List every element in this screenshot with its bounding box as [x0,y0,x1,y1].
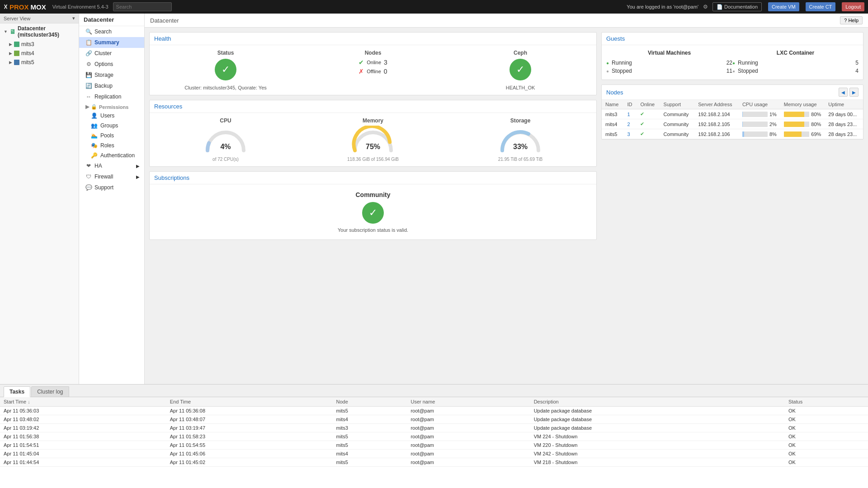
node-address-cell: 192.168.2.104 [694,109,739,119]
health-cluster-text: Cluster: mitscluster345, Quorate: Yes [184,85,267,90]
col-start-time[interactable]: Start Time ↓ [0,397,166,407]
firewall-nav-icon: 🛡 [85,174,92,180]
nav-item-support[interactable]: 💬 Support [79,182,144,193]
create-vm-button[interactable]: Create VM [768,2,799,11]
task-start: Apr 11 03:19:42 [0,424,166,432]
nav-sub-users[interactable]: 👤 Users [79,111,144,121]
tab-cluster-log[interactable]: Cluster log [31,386,69,397]
gear-icon[interactable]: ⚙ [703,4,708,10]
lxc-running-count: 5 [855,60,859,66]
ha-expand-icon: ▶ [136,164,140,169]
health-ceph-item: Ceph ✓ HEALTH_OK [449,50,592,90]
cpu-gauge: 4% [203,126,248,155]
nav-group-permissions[interactable]: ▶ 🔒 Permissions [79,102,144,111]
mem-pct-label: 69% [811,131,821,137]
col-id[interactable]: ID [624,100,637,109]
create-ct-button[interactable]: Create CT [806,2,836,11]
list-item: Apr 11 01:45:04 Apr 11 01:45:06 mits4 ro… [0,450,868,458]
nav-item-summary[interactable]: 📋 Summary [79,37,144,48]
main-panel: Datacenter ? Help Health Status ✓ Clu [145,14,868,384]
col-uptime[interactable]: Uptime [825,100,863,109]
nav-item-storage[interactable]: 💾 Storage [79,70,144,80]
documentation-button[interactable]: 📄 Documentation [712,2,762,11]
col-support[interactable]: Support [660,100,695,109]
node-cpu-cell: 8% [739,129,780,139]
tab-tasks[interactable]: Tasks [4,386,30,397]
nav-item-options[interactable]: ⚙ Options [79,59,144,70]
nav-sub-roles[interactable]: 🎭 Roles [79,141,144,150]
server-view-dropdown-icon[interactable]: ▾ [72,15,75,21]
topbar-search-input[interactable] [113,2,172,11]
logo-prox: PROX [9,3,29,11]
offline-dot-icon: ✗ [359,68,364,75]
tree-node-mits3[interactable]: ▶ mits3 [0,40,79,49]
nav-item-ha[interactable]: ❤ HA ▶ [79,160,144,171]
subscriptions-content: Community ✓ Your subscription status is … [150,184,596,239]
help-label: Help [848,18,859,23]
nav-item-search[interactable]: 🔍 Search [79,26,144,37]
help-button[interactable]: ? Help [840,16,863,24]
online-label: Online [367,60,381,65]
nav-item-backup[interactable]: 🔄 Backup [79,80,144,91]
task-end: Apr 11 05:36:08 [166,407,333,415]
mem-usage-bar: 80% [784,122,821,127]
node-name-cell: mits5 [602,129,624,139]
list-item: Apr 11 05:36:03 Apr 11 05:36:08 mits5 ro… [0,407,868,415]
cpu-bar-fill [742,131,744,137]
col-status[interactable]: Status [785,397,868,407]
nodes-next-button[interactable]: ▶ [849,88,859,97]
task-end: Apr 11 01:45:02 [166,458,333,467]
storage-sub: 21.95 TiB of 65.69 TiB [498,157,542,162]
health-grid: Status ✓ Cluster: mitscluster345, Quorat… [150,45,596,95]
col-mem[interactable]: Memory usage [780,100,825,109]
node-support-cell: Community [660,129,695,139]
panel-header: Datacenter ? Help [145,14,868,28]
col-name[interactable]: Name [602,100,624,109]
options-nav-icon: ⚙ [85,61,92,67]
tree-node-mits5[interactable]: ▶ mits5 [0,58,79,67]
support-nav-icon: 💬 [85,184,92,191]
task-start: Apr 11 05:36:03 [0,407,166,415]
nodes-table-body: mits3 1 ✔ Community 192.168.2.104 1% 80%… [602,109,863,139]
health-status-check: ✓ [215,59,236,80]
nav-sub-authentication[interactable]: 🔑 Authentication [79,150,144,160]
datacenter-tree-item[interactable]: ▼ 🖥 Datacenter (mitscluster345) [0,23,79,40]
col-user[interactable]: User name [407,397,530,407]
health-status-label: Status [217,50,234,56]
vm-running-row: ● Running 22 [606,59,732,67]
vm-col: Virtual Machines ● Running 22 ● Stopped … [606,50,732,75]
subscriptions-title: Subscriptions [150,172,596,184]
task-status: OK [785,458,868,467]
col-address[interactable]: Server Address [694,100,739,109]
ha-nav-icon: ❤ [85,163,92,169]
nav-sub-pools[interactable]: 🏊 Pools [79,131,144,141]
cpu-pct-label: 2% [769,122,777,127]
nav-roles-label: Roles [100,142,114,149]
nav-item-replication[interactable]: ↔ Replication [79,91,144,102]
vm-stopped-count: 11 [726,68,732,74]
resources-grid: CPU 4% of 72 CPU(s) Memory [150,113,596,166]
nav-users-label: Users [100,113,114,119]
left-column: Health Status ✓ Cluster: mitscluster345,… [149,32,597,380]
task-desc: Update package database [530,407,785,415]
tree-node-mits4[interactable]: ▶ mits4 [0,49,79,58]
subscriptions-panel: Subscriptions Community ✓ Your subscript… [149,171,597,240]
nodes-panel-title: Nodes [606,89,623,96]
nav-item-firewall[interactable]: 🛡 Firewall ▶ [79,171,144,182]
nodes-prev-button[interactable]: ◀ [839,88,848,97]
logout-button[interactable]: Logout [842,2,864,11]
node-address-cell: 192.168.2.106 [694,129,739,139]
col-desc[interactable]: Description [530,397,785,407]
col-end-time[interactable]: End Time [166,397,333,407]
col-online[interactable]: Online [637,100,660,109]
col-cpu[interactable]: CPU usage [739,100,780,109]
nav-sub-groups[interactable]: 👥 Groups [79,121,144,131]
search-nav-icon: 🔍 [85,28,92,35]
nav-item-cluster[interactable]: 🔗 Cluster [79,48,144,59]
datacenter-icon: 🖥 [9,28,16,35]
node-uptime-cell: 29 days 00... [825,109,863,119]
lxc-running-label: Running [738,60,758,66]
col-node[interactable]: Node [333,397,407,407]
list-item: Apr 11 01:54:51 Apr 11 01:54:55 mits5 ro… [0,441,868,450]
lxc-stopped-dot: ● [732,69,735,74]
